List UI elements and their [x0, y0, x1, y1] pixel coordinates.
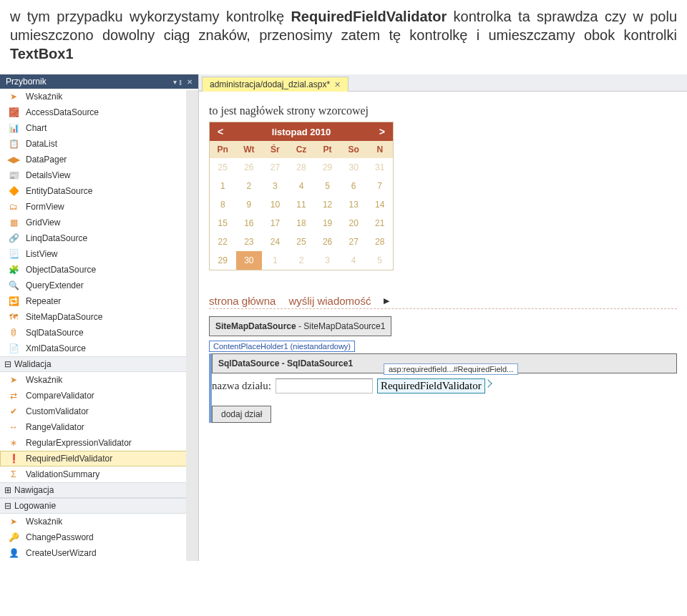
- toolbox-item-createuserwizard[interactable]: 👤CreateUserWizard: [0, 545, 198, 561]
- calendar-prev-icon[interactable]: <: [213, 126, 228, 137]
- calendar-cell[interactable]: 2: [288, 251, 315, 270]
- toolbox-scrollbar[interactable]: [186, 90, 198, 561]
- calendar-cell[interactable]: 1: [262, 251, 288, 270]
- intro-text-1: w tym przypadku wykorzystamy kontrolkę: [10, 9, 291, 24]
- calendar-cell[interactable]: 28: [366, 233, 393, 251]
- calendar-cell[interactable]: 29: [314, 158, 341, 177]
- calendar-cell[interactable]: 30: [236, 251, 263, 270]
- calendar-cell[interactable]: 3: [314, 251, 341, 270]
- toolbox-item-repeater[interactable]: 🔁Repeater: [0, 293, 198, 309]
- toolbox-item-customvalidator[interactable]: ✔CustomValidator: [0, 404, 198, 419]
- content-placeholder-tag[interactable]: ContentPlaceHolder1 (niestandardowy): [209, 341, 355, 352]
- calendar-cell[interactable]: 4: [288, 177, 315, 195]
- calendar-cell[interactable]: 25: [210, 158, 236, 177]
- textbox1-input[interactable]: [276, 378, 373, 393]
- toolbox-item-linqdatasource[interactable]: 🔗LinqDataSource: [0, 230, 198, 246]
- calendar-cell[interactable]: 26: [236, 158, 263, 177]
- calendar-cell[interactable]: 7: [366, 177, 393, 195]
- calendar-cell[interactable]: 12: [314, 195, 341, 214]
- calendar-cell[interactable]: 6: [341, 177, 367, 195]
- toolbox-item-objectdatasource[interactable]: 🧩ObjectDataSource: [0, 262, 198, 278]
- close-icon[interactable]: ✕: [187, 78, 193, 86]
- tab-close-icon[interactable]: ✕: [334, 80, 341, 89]
- calendar-cell[interactable]: 25: [288, 233, 315, 251]
- master-header-text: to jest nagłówek strony wzorcowej: [209, 104, 677, 117]
- toolbox-item-validationsummary[interactable]: ΣValidationSummary: [0, 466, 198, 482]
- calendar-cell[interactable]: 11: [288, 195, 315, 214]
- toolbox-item-sqldatasource[interactable]: 🛢SqlDataSource: [0, 325, 198, 341]
- calendar-cell[interactable]: 8: [210, 195, 236, 214]
- required-field-validator-control[interactable]: RequiredFieldValidator: [377, 378, 485, 393]
- toolbox-item-datapager[interactable]: ◀▶DataPager: [0, 152, 198, 167]
- calendar-row: 891011121314: [210, 195, 393, 214]
- sitemap-datasource-control[interactable]: SiteMapDataSource - SiteMapDataSource1: [209, 316, 391, 336]
- calendar-cell[interactable]: 29: [210, 251, 236, 270]
- toolbox-item-changepassword[interactable]: 🔑ChangePassword: [0, 529, 198, 545]
- calendar-cell[interactable]: 26: [314, 233, 341, 251]
- pin-icon[interactable]: ▾ ⫿: [173, 78, 182, 86]
- calendar-cell[interactable]: 28: [288, 158, 315, 177]
- calendar-cell[interactable]: 13: [341, 195, 367, 214]
- calendar-cell[interactable]: 14: [366, 195, 393, 214]
- toolbox-item-detailsview[interactable]: 📰DetailsView: [0, 167, 198, 183]
- toolbox-item-wskaźnik[interactable]: ➤Wskaźnik: [0, 372, 198, 388]
- calendar-next-icon[interactable]: >: [375, 126, 389, 137]
- calendar-cell[interactable]: 4: [341, 251, 367, 270]
- toolbox-group-data: ➤Wskaźnik🧱AccessDataSource📊Chart📋DataLis…: [0, 89, 198, 356]
- toolbox-item-gridview[interactable]: ▦GridView: [0, 215, 198, 230]
- calendar-cell[interactable]: 1: [210, 177, 236, 195]
- calendar-cell[interactable]: 18: [288, 214, 315, 233]
- calendar-cell[interactable]: 22: [210, 233, 236, 251]
- calendar-cell[interactable]: 23: [236, 233, 263, 251]
- toolbox-item-entitydatasource[interactable]: 🔶EntityDataSource: [0, 183, 198, 199]
- calendar-day-header: N: [366, 141, 393, 158]
- toolbox-item-formview[interactable]: 🗂FormView: [0, 199, 198, 215]
- toolbox-item-requiredfieldvalidator[interactable]: ❗RequiredFieldValidator: [0, 451, 198, 466]
- calendar-cell[interactable]: 10: [262, 195, 288, 214]
- toolbox-item-queryextender[interactable]: 🔍QueryExtender: [0, 278, 198, 293]
- document-tab[interactable]: administracja/dodaj_dzial.aspx* ✕: [202, 77, 349, 92]
- toolbox-item-sitemapdatasource[interactable]: 🗺SiteMapDataSource: [0, 309, 198, 325]
- calendar-body: 2526272829303112345678910111213141516171…: [210, 158, 393, 270]
- calendar-cell[interactable]: 24: [262, 233, 288, 251]
- calendar-cell[interactable]: 9: [236, 195, 263, 214]
- submit-button[interactable]: dodaj dział: [212, 406, 271, 423]
- selected-control-chip[interactable]: asp:requiredfield...#RequiredField...: [384, 363, 518, 375]
- toolbox-item-chart[interactable]: 📊Chart: [0, 120, 198, 136]
- toolbox-item-xmldatasource[interactable]: 📄XmlDataSource: [0, 341, 198, 356]
- calendar-cell[interactable]: 5: [366, 251, 393, 270]
- calendar-cell[interactable]: 16: [236, 214, 263, 233]
- toolbox-item-datalist[interactable]: 📋DataList: [0, 136, 198, 152]
- toolbox-category-login[interactable]: ⊟ Logowanie: [0, 498, 198, 514]
- toolbox-item-accessdatasource[interactable]: 🧱AccessDataSource: [0, 104, 198, 120]
- calendar-cell[interactable]: 5: [314, 177, 341, 195]
- calendar-cell[interactable]: 27: [341, 233, 367, 251]
- sitemap-ds-name: SiteMapDataSource: [215, 321, 296, 331]
- calendar-cell[interactable]: 21: [366, 214, 393, 233]
- calendar-cell[interactable]: 3: [262, 177, 288, 195]
- toolbox-item-comparevalidator[interactable]: ⇄CompareValidator: [0, 388, 198, 404]
- toolbox-item-wskaźnik[interactable]: ➤Wskaźnik: [0, 89, 198, 104]
- toolbox-category-nav[interactable]: ⊞ Nawigacja: [0, 482, 198, 498]
- toolbox-item-listview[interactable]: 📃ListView: [0, 246, 198, 262]
- calendar-cell[interactable]: 27: [262, 158, 288, 177]
- intro-bold-2: TextBox1: [10, 46, 74, 62]
- calendar-day-header: So: [341, 141, 367, 158]
- toolbox-header: Przybornik ▾ ⫿ ✕: [0, 74, 198, 89]
- calendar-cell[interactable]: 31: [366, 158, 393, 177]
- link-home[interactable]: strona główna: [209, 295, 276, 307]
- calendar-cell[interactable]: 2: [236, 177, 263, 195]
- toolbox-item-regularexpressionvalidator[interactable]: ∗RegularExpressionValidator: [0, 435, 198, 451]
- calendar-cell[interactable]: 15: [210, 214, 236, 233]
- collapse-icon: ⊟: [4, 359, 11, 369]
- toolbox-item-rangevalidator[interactable]: ↔RangeValidator: [0, 419, 198, 435]
- toolbox-category-validation[interactable]: ⊟ Walidacja: [0, 356, 198, 372]
- calendar-cell[interactable]: 19: [314, 214, 341, 233]
- toolbox-item-label: XmlDataSource: [26, 343, 86, 353]
- calendar-cell[interactable]: 20: [341, 214, 367, 233]
- link-send-message[interactable]: wyślij wiadomość: [288, 295, 371, 307]
- toolbox-item-label: FormView: [26, 202, 64, 212]
- calendar-cell[interactable]: 30: [341, 158, 367, 177]
- calendar-cell[interactable]: 17: [262, 214, 288, 233]
- toolbox-item-wskaźnik[interactable]: ➤Wskaźnik: [0, 514, 198, 529]
